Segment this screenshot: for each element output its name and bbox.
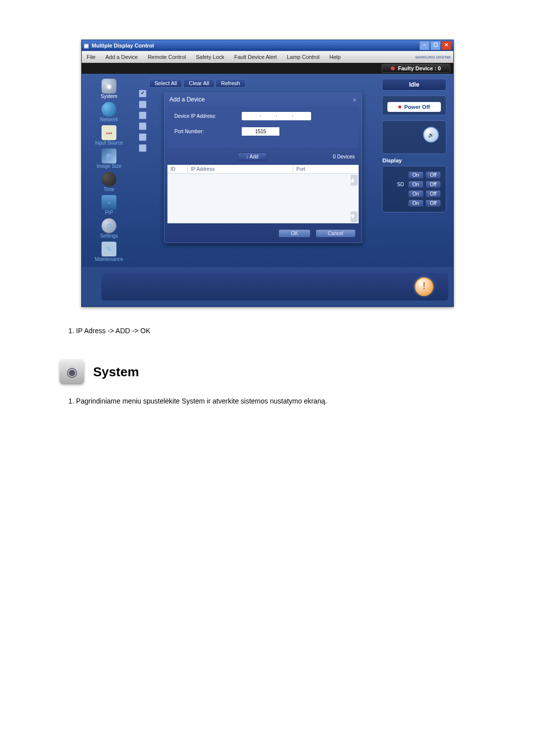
main-area: ◉ System Network ●●● Input Source ◩ Imag… (82, 74, 453, 267)
instruction-text-1: 1. IP Adress -> ADD -> OK (68, 327, 476, 335)
sidebar-item-time[interactable]: Time (82, 171, 136, 193)
checkbox[interactable] (139, 122, 147, 130)
sidebar-item-label: PIP (105, 210, 113, 215)
power-dot-icon (398, 105, 401, 108)
cancel-button[interactable]: Cancel (316, 229, 356, 238)
off-button[interactable]: Off (426, 171, 441, 179)
sidebar-item-pip[interactable]: ▫ PIP (82, 194, 136, 216)
section-title: System (93, 364, 139, 380)
system-section-icon: ◉ (59, 359, 84, 384)
sidebar-item-label: Maintenance (95, 256, 123, 262)
menu-remote-control[interactable]: Remote Control (146, 54, 188, 60)
power-off-button[interactable]: Power Off (387, 102, 441, 112)
ip-octet-3[interactable] (277, 112, 292, 120)
close-button[interactable]: ✕ (441, 41, 451, 50)
menu-bar: File Add a Device Remote Control Safety … (82, 51, 453, 63)
sidebar: ◉ System Network ●●● Input Source ◩ Imag… (82, 74, 136, 267)
device-list: ID IP Address Port ▴ ▾ (167, 165, 359, 223)
menu-add-device[interactable]: Add a Device (104, 54, 140, 60)
network-icon (102, 102, 116, 117)
ip-octet-1[interactable] (245, 112, 260, 120)
window-title: Multiple Display Control (92, 43, 154, 49)
section-heading: ◉ System (59, 359, 476, 384)
ok-button[interactable]: OK (278, 229, 310, 238)
sidebar-item-label: Input Source (95, 140, 123, 146)
sidebar-item-label: Settings (100, 233, 118, 239)
sidebar-item-image-size[interactable]: ◩ Image Size (82, 148, 136, 170)
maintenance-icon: ✎ (102, 242, 116, 256)
col-id[interactable]: ID (167, 165, 188, 173)
menu-safety-lock[interactable]: Safety Lock (194, 54, 226, 60)
minimize-button[interactable]: – (420, 41, 429, 50)
tab-row: Select All Clear All Refresh (149, 79, 377, 88)
col-ip[interactable]: IP Address (188, 165, 293, 173)
sidebar-item-input-source[interactable]: ●●● Input Source (82, 124, 136, 147)
volume-icon[interactable]: 🔊 (423, 127, 439, 143)
sidebar-item-label: Network (100, 117, 118, 122)
volume-panel: 🔊 (382, 120, 446, 154)
menu-file[interactable]: File (85, 54, 98, 60)
maximize-button[interactable]: ☐ (430, 41, 440, 50)
ip-octet-2[interactable] (261, 112, 276, 120)
menu-lamp-control[interactable]: Lamp Control (285, 54, 321, 60)
sd-label: SD (397, 182, 404, 187)
display-panel: Display On Off SD On Off On (382, 166, 446, 212)
time-icon (102, 172, 116, 187)
pip-icon: ▫ (102, 195, 116, 210)
content-area: ✔ Select All Clear All Refresh (136, 74, 453, 267)
port-label: Port Number: (174, 129, 229, 134)
menu-help[interactable]: Help (327, 54, 343, 60)
on-button[interactable]: On (408, 171, 424, 179)
sidebar-item-settings[interactable]: ⚙ Settings (82, 217, 136, 240)
title-bar: ▣ Multiple Display Control – ☐ ✕ (82, 40, 453, 51)
checkbox[interactable] (139, 101, 147, 108)
add-button[interactable]: ↓ Add (238, 152, 267, 161)
tab-select-all[interactable]: Select All (149, 79, 182, 88)
power-off-label: Power Off (404, 104, 430, 110)
col-port[interactable]: Port (293, 165, 359, 173)
off-button[interactable]: Off (426, 200, 441, 207)
add-device-dialog: Add a Device × Device IP Address: . (164, 93, 362, 243)
checkbox-checked[interactable]: ✔ (139, 90, 147, 98)
menu-fault-alert[interactable]: Fault Device Alert (232, 54, 279, 60)
faulty-device-label: Faulty Device : 0 (398, 65, 441, 71)
sidebar-item-network[interactable]: Network (82, 101, 136, 123)
checkbox[interactable] (139, 144, 147, 152)
scrollbar-down[interactable]: ▾ (351, 211, 358, 222)
checkbox[interactable] (139, 111, 147, 119)
faulty-device-pill[interactable]: Faulty Device : 0 (381, 64, 450, 73)
on-button[interactable]: On (408, 181, 424, 188)
display-label: Display (382, 157, 402, 163)
checkbox[interactable] (139, 133, 147, 141)
sidebar-item-system[interactable]: ◉ System (82, 78, 136, 100)
alert-dot-icon (391, 66, 395, 70)
sidebar-item-label: Image Size (97, 163, 121, 169)
port-input[interactable] (242, 127, 279, 136)
input-source-icon: ●●● (102, 125, 116, 140)
brand-label: SAMSUNG DIGITall (415, 55, 450, 59)
off-button[interactable]: Off (426, 181, 441, 188)
device-list-header: ID IP Address Port (167, 165, 359, 174)
warning-icon: ! (415, 277, 433, 296)
ip-input-group: . . . (242, 112, 311, 120)
bottom-panel: ! (102, 273, 448, 301)
power-panel: Power Off (382, 96, 446, 115)
on-button[interactable]: On (408, 190, 424, 198)
ip-octet-4[interactable] (293, 112, 308, 120)
right-panel: Idle Power Off 🔊 Display (377, 79, 446, 212)
tab-refresh[interactable]: Refresh (215, 79, 246, 88)
app-icon: ▣ (84, 43, 89, 49)
dialog-close-icon[interactable]: × (353, 96, 357, 104)
tab-clear-all[interactable]: Clear All (183, 79, 214, 88)
on-button[interactable]: On (408, 200, 424, 207)
devices-count: 0 Devices (333, 154, 355, 159)
image-size-icon: ◩ (102, 149, 116, 163)
sidebar-item-label: System (101, 94, 117, 99)
status-bar: Faulty Device : 0 (82, 63, 453, 74)
scrollbar-up[interactable]: ▴ (351, 175, 358, 186)
app-window: ▣ Multiple Display Control – ☐ ✕ File Ad… (81, 40, 454, 307)
sidebar-item-maintenance[interactable]: ✎ Maintenance (82, 241, 136, 263)
off-button[interactable]: Off (426, 190, 441, 198)
add-button-label: Add (250, 154, 259, 159)
ip-label: Device IP Address: (174, 113, 229, 119)
